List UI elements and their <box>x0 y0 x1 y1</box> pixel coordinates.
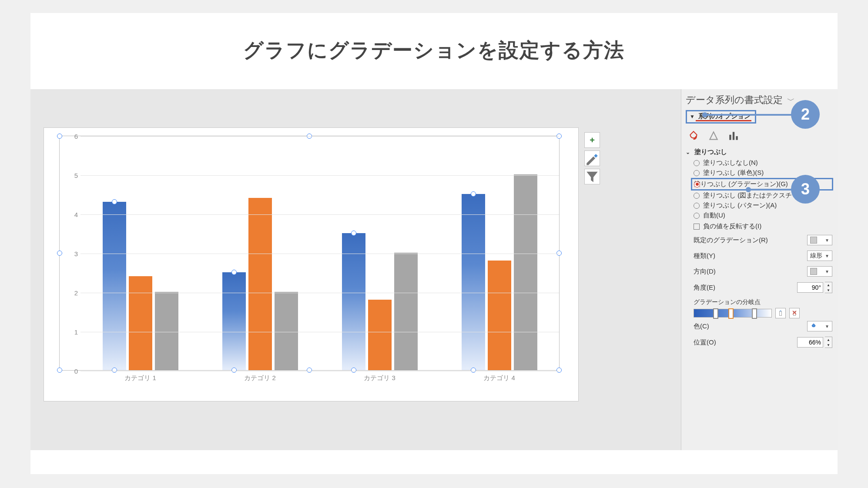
bar[interactable] <box>275 292 298 370</box>
grid-line <box>80 371 559 371</box>
invert-negative-label: 負の値を反転する(I) <box>703 222 761 231</box>
callout-badge-3: 3 <box>791 175 820 204</box>
gradient-stop-handle[interactable] <box>728 308 734 319</box>
fill-pattern-label: 塗りつぶし (パターン)(A) <box>703 201 777 210</box>
grid-line <box>80 214 559 215</box>
grid-line <box>80 136 559 137</box>
remove-stop-button[interactable] <box>789 308 800 318</box>
effects-tab-icon[interactable] <box>707 130 720 142</box>
gradient-type-label: 種類(Y) <box>694 252 715 260</box>
callout-badge-2: 2 <box>791 100 820 129</box>
invert-negative-checkbox[interactable]: 負の値を反転する(I) <box>686 221 833 232</box>
bar[interactable] <box>514 174 537 370</box>
spin-down-icon[interactable]: ▼ <box>825 287 832 293</box>
x-tick-label: カテゴリ 4 <box>439 374 559 382</box>
bar-handle[interactable] <box>112 368 117 373</box>
page-title: グラフにグラデーションを設定する方法 <box>30 13 838 64</box>
chart-elements-button[interactable]: + <box>584 132 600 148</box>
gradient-stop-handle[interactable] <box>752 308 757 319</box>
stop-color-label: 色(C) <box>694 322 709 331</box>
fill-auto-label: 自動(U) <box>703 211 725 220</box>
bar-group: カテゴリ 3 <box>320 136 439 370</box>
bar[interactable] <box>248 198 272 370</box>
add-stop-button[interactable] <box>775 308 786 318</box>
y-tick-label: 3 <box>60 250 80 257</box>
chart-styles-button[interactable] <box>584 150 600 166</box>
stop-position-spinner[interactable]: ▲▼ <box>797 337 832 348</box>
bar[interactable] <box>368 300 392 370</box>
grid-line <box>80 254 559 254</box>
y-tick-label: 0 <box>60 368 80 375</box>
chart-zone: 0123456 カテゴリ 1カテゴリ 2カテゴリ 3カテゴリ 4 + <box>30 89 681 450</box>
stop-color-dropdown[interactable]: ▼ <box>807 321 832 331</box>
bar[interactable] <box>129 276 152 370</box>
spin-down-icon[interactable]: ▼ <box>825 342 832 348</box>
bar[interactable] <box>488 261 511 370</box>
gradient-type-dropdown[interactable]: 線形▼ <box>807 251 832 261</box>
grid-line <box>80 293 559 293</box>
fill-none-label: 塗りつぶしなし(N) <box>703 159 758 167</box>
stop-position-label: 位置(O) <box>694 338 716 347</box>
y-tick-label: 5 <box>60 172 80 179</box>
bar-handle[interactable] <box>231 270 237 275</box>
preset-gradient-label: 既定のグラデーション(R) <box>694 236 768 244</box>
fill-pattern-radio[interactable]: 塗りつぶし (パターン)(A) <box>694 201 833 211</box>
fill-solid-label: 塗りつぶし (単色)(S) <box>703 169 764 177</box>
dropdown-triangle-icon: ▼ <box>690 114 695 120</box>
bars-area: カテゴリ 1カテゴリ 2カテゴリ 3カテゴリ 4 <box>80 136 559 370</box>
fill-gradient-label: 塗りつぶし (グラデーション)(G) <box>694 180 788 188</box>
stop-position-input[interactable] <box>797 337 823 348</box>
bar-handle[interactable] <box>471 191 476 197</box>
bar-handle[interactable] <box>112 199 117 204</box>
series-options-tab-icon[interactable] <box>727 130 740 142</box>
callout-connector <box>748 189 792 191</box>
svg-rect-2 <box>736 136 737 140</box>
y-tick-label: 2 <box>60 289 80 297</box>
bar-group: カテゴリ 1 <box>80 136 200 370</box>
bar-handle[interactable] <box>231 368 237 373</box>
gradient-direction-dropdown[interactable]: ▼ <box>807 266 832 277</box>
callout-connector <box>705 114 792 116</box>
svg-rect-3 <box>779 311 781 315</box>
underline-decoration <box>696 120 751 121</box>
grid-line <box>80 175 559 176</box>
bar[interactable] <box>222 272 246 370</box>
y-axis: 0123456 <box>60 136 80 370</box>
bar[interactable] <box>103 202 126 370</box>
chart-filter-button[interactable] <box>584 169 600 184</box>
svg-rect-0 <box>729 135 731 140</box>
bar-handle[interactable] <box>351 231 356 236</box>
gradient-type-value: 線形 <box>810 252 822 260</box>
series-options-dropdown[interactable]: ▼ 系列のオプション <box>686 110 756 124</box>
bar[interactable] <box>394 253 418 370</box>
fill-section-header[interactable]: ⌄ 塗りつぶし <box>686 146 833 158</box>
gradient-stops-track[interactable] <box>694 309 772 318</box>
bar-handle[interactable] <box>471 368 476 373</box>
bar[interactable] <box>155 292 178 370</box>
gradient-angle-input[interactable] <box>797 282 823 293</box>
chart-container[interactable]: 0123456 カテゴリ 1カテゴリ 2カテゴリ 3カテゴリ 4 + <box>44 127 579 401</box>
gradient-stop-handle[interactable] <box>713 308 718 319</box>
grid-line <box>80 332 559 332</box>
plot-area[interactable]: 0123456 カテゴリ 1カテゴリ 2カテゴリ 3カテゴリ 4 <box>59 136 560 371</box>
gradient-angle-spinner[interactable]: ▲▼ <box>797 282 832 293</box>
gradient-angle-label: 角度(E) <box>694 284 715 292</box>
fill-none-radio[interactable]: 塗りつぶしなし(N) <box>694 158 833 168</box>
fill-section-label: 塗りつぶし <box>694 148 727 155</box>
spin-up-icon[interactable]: ▲ <box>825 282 832 287</box>
format-data-series-pane: データ系列の書式設定 ﹀ ▼ 系列のオプション <box>681 89 838 450</box>
bar[interactable] <box>462 194 485 370</box>
pane-title-text: データ系列の書式設定 <box>686 94 783 105</box>
x-tick-label: カテゴリ 2 <box>200 374 320 382</box>
y-tick-label: 1 <box>60 328 80 336</box>
spin-up-icon[interactable]: ▲ <box>825 337 832 342</box>
chevron-down-icon[interactable]: ﹀ <box>787 96 795 105</box>
fill-auto-radio[interactable]: 自動(U) <box>694 211 833 221</box>
bar-handle[interactable] <box>351 368 356 373</box>
bar-group: カテゴリ 4 <box>439 136 559 370</box>
y-tick-label: 4 <box>60 211 80 218</box>
x-tick-label: カテゴリ 3 <box>320 374 439 382</box>
app-screenshot: 0123456 カテゴリ 1カテゴリ 2カテゴリ 3カテゴリ 4 + <box>30 89 838 450</box>
preset-gradient-dropdown[interactable]: ▼ <box>807 235 832 245</box>
fill-line-tab-icon[interactable] <box>687 130 700 142</box>
